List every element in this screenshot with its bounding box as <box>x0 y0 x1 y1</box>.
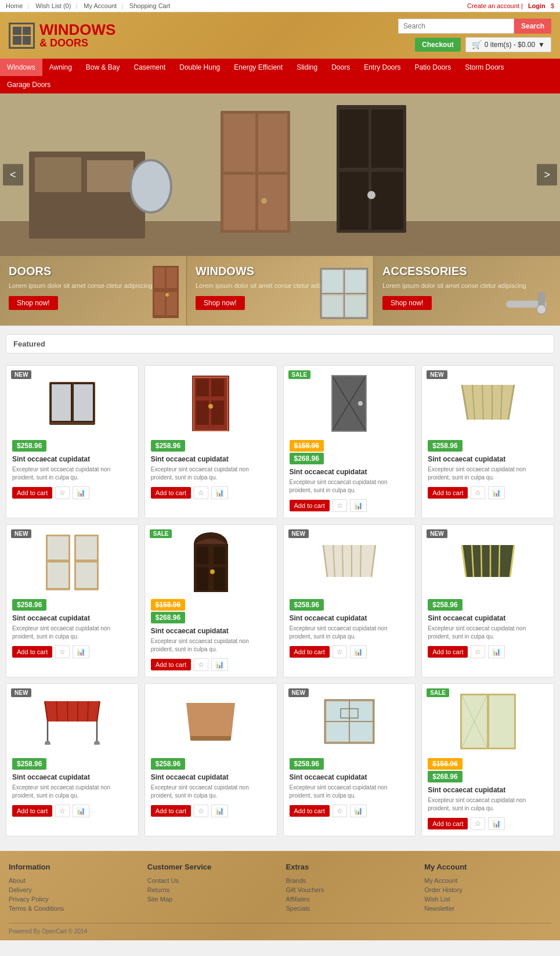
product-description: Excepteur sint occaecat cupidatat non pr… <box>428 625 548 641</box>
product-actions: Add to cart ☆ 📊 <box>151 658 271 671</box>
footer-link[interactable]: Site Map <box>147 896 274 903</box>
wishlist-button[interactable]: ☆ <box>471 817 485 830</box>
add-to-cart-button[interactable]: Add to cart <box>151 487 191 499</box>
product-card: NEW $258.96 Sint occaecat cupidatat Exce… <box>283 683 416 836</box>
wishlist-button[interactable]: ☆ <box>333 645 347 658</box>
hero-cat-windows-btn[interactable]: Shop now! <box>196 296 245 310</box>
wishlist-button[interactable]: ☆ <box>471 486 485 499</box>
add-to-cart-button[interactable]: Add to cart <box>428 646 468 658</box>
cart-dropdown-icon: ▼ <box>538 41 545 49</box>
product-card: NEW $258.96 Sint occaecat cupidatat Exce… <box>421 365 554 518</box>
nav-item-doors[interactable]: Doors <box>324 59 357 76</box>
slider-next-button[interactable]: > <box>537 164 557 186</box>
hero-cat-doors-btn[interactable]: Shop now! <box>9 296 58 310</box>
search-input[interactable] <box>398 19 514 34</box>
compare-button[interactable]: 📊 <box>73 805 89 817</box>
compare-button[interactable]: 📊 <box>350 805 367 817</box>
create-account-link[interactable]: Create an account <box>467 2 519 9</box>
add-to-cart-button[interactable]: Add to cart <box>290 500 330 511</box>
featured-section: Featured <box>6 334 554 353</box>
product-title: Sint occaecat cupidatat <box>428 455 548 463</box>
compare-button[interactable]: 📊 <box>211 486 228 499</box>
nav-item-bowbay[interactable]: Bow & Bay <box>79 59 127 76</box>
product-description: Excepteur sint occaecat cupidatat non pr… <box>151 784 271 800</box>
footer-link[interactable]: Privacy Policy <box>9 896 136 903</box>
footer-link[interactable]: Terms & Conditions <box>9 905 136 912</box>
nav-item-awning[interactable]: Awning <box>42 59 79 76</box>
footer-link[interactable]: Newsletter <box>424 905 551 912</box>
product-title: Sint occaecat cupidatat <box>12 614 132 622</box>
product-price-sale: $268.96 <box>151 612 185 623</box>
footer-bottom: Powered By OpenCart © 2014 <box>9 923 551 935</box>
product-actions: Add to cart ☆ 📊 <box>151 805 271 817</box>
wishlist-button[interactable]: ☆ <box>333 499 347 512</box>
wishlist-button[interactable]: ☆ <box>471 645 485 658</box>
add-to-cart-button[interactable]: Add to cart <box>151 805 191 817</box>
search-button[interactable]: Search <box>514 19 551 34</box>
footer-col-title: Information <box>9 863 136 871</box>
hero-slider: < > DOORS Lorem ipsum dolor sit amet con… <box>0 93 560 326</box>
nav-item-stormdoors[interactable]: Storm Doors <box>458 59 511 76</box>
cart-count: 0 item(s) - $0.00 <box>485 41 535 49</box>
add-to-cart-button[interactable]: Add to cart <box>290 805 330 817</box>
add-to-cart-button[interactable]: Add to cart <box>151 659 191 670</box>
compare-button[interactable]: 📊 <box>488 486 505 499</box>
nav-home[interactable]: Home <box>6 2 29 9</box>
add-to-cart-button[interactable]: Add to cart <box>12 805 52 817</box>
currency-link[interactable]: $ <box>551 2 554 9</box>
product-actions: Add to cart ☆ 📊 <box>428 486 548 499</box>
footer-link[interactable]: Brands <box>286 877 413 884</box>
footer-link[interactable]: About <box>9 877 136 884</box>
compare-button[interactable]: 📊 <box>211 805 228 817</box>
footer-link[interactable]: Gift Vouchers <box>286 886 413 893</box>
product-description: Excepteur sint occaecat cupidatat non pr… <box>428 466 548 482</box>
footer-link[interactable]: Wish List <box>424 896 551 903</box>
footer-link[interactable]: Specials <box>286 905 413 912</box>
compare-button[interactable]: 📊 <box>350 499 367 512</box>
checkout-button[interactable]: Checkout <box>415 38 461 52</box>
wishlist-button[interactable]: ☆ <box>55 486 70 499</box>
product-card: SALE $158.96 $268.96 Sint occaecat cupid… <box>283 365 416 518</box>
compare-button[interactable]: 📊 <box>73 645 89 658</box>
compare-button[interactable]: 📊 <box>211 658 228 671</box>
add-to-cart-button[interactable]: Add to cart <box>428 818 468 829</box>
wishlist-button[interactable]: ☆ <box>194 805 208 817</box>
nav-item-casement[interactable]: Casement <box>127 59 173 76</box>
nav-item-entrydoors[interactable]: Entry Doors <box>357 59 407 76</box>
logo[interactable]: WINDOWS & DOORS <box>9 22 115 49</box>
svg-rect-21 <box>154 292 165 315</box>
nav-cart[interactable]: Shopping Cart <box>129 2 170 9</box>
wishlist-button[interactable]: ☆ <box>55 645 70 658</box>
footer-link[interactable]: Affiliates <box>286 896 413 903</box>
add-to-cart-button[interactable]: Add to cart <box>12 487 52 499</box>
wishlist-button[interactable]: ☆ <box>194 658 208 671</box>
footer-col-2: ExtrasBrandsGift VouchersAffiliatesSpeci… <box>286 863 413 914</box>
nav-item-patiodoors[interactable]: Patio Doors <box>408 59 458 76</box>
nav-item-windows[interactable]: Windows <box>0 59 42 76</box>
add-to-cart-button[interactable]: Add to cart <box>290 646 330 658</box>
compare-button[interactable]: 📊 <box>488 645 505 658</box>
cart-button[interactable]: 🛒 0 item(s) - $0.00 ▼ <box>465 37 551 52</box>
wishlist-button[interactable]: ☆ <box>194 486 208 499</box>
slider-prev-button[interactable]: < <box>3 164 23 186</box>
nav-item-energyefficient[interactable]: Energy Efficient <box>227 59 290 76</box>
footer-link[interactable]: My Account <box>424 877 551 884</box>
wishlist-button[interactable]: ☆ <box>55 805 70 817</box>
nav-wishlist[interactable]: Wish List (0) <box>35 2 77 9</box>
nav-item-sliding[interactable]: Sliding <box>290 59 324 76</box>
nav-item-doublehung[interactable]: Double Hung <box>172 59 227 76</box>
add-to-cart-button[interactable]: Add to cart <box>12 646 52 658</box>
nav-myaccount[interactable]: My Account <box>84 2 123 9</box>
login-link[interactable]: Login <box>528 2 545 9</box>
footer-link[interactable]: Returns <box>147 886 274 893</box>
hero-cat-accessories-btn[interactable]: Shop now! <box>382 296 432 310</box>
footer-link[interactable]: Contact Us <box>147 877 274 884</box>
wishlist-button[interactable]: ☆ <box>333 805 347 817</box>
footer-link[interactable]: Delivery <box>9 886 136 893</box>
add-to-cart-button[interactable]: Add to cart <box>428 487 468 499</box>
compare-button[interactable]: 📊 <box>350 645 367 658</box>
compare-button[interactable]: 📊 <box>73 486 89 499</box>
nav-item-garagedoors[interactable]: Garage Doors <box>0 76 57 93</box>
compare-button[interactable]: 📊 <box>488 817 505 830</box>
footer-link[interactable]: Order History <box>424 886 551 893</box>
